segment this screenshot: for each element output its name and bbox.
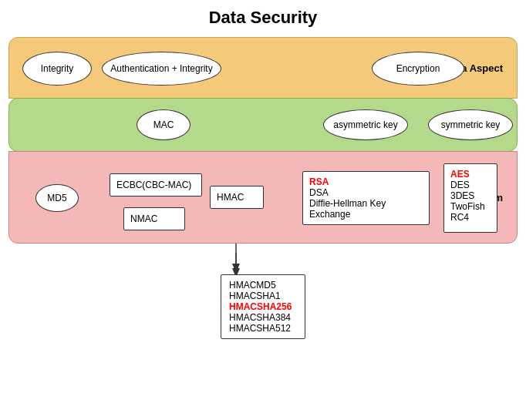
ecbc-label: ECBC(CBC-MAC)	[116, 180, 191, 190]
oval-integrity: Integrity	[22, 52, 92, 86]
page-title: Data Security	[8, 8, 518, 28]
rc4-label: RC4	[450, 212, 469, 223]
oval-mac: MAC	[137, 109, 191, 140]
hmac-label: HMAC	[217, 192, 244, 203]
layer-data-aspect: Data Aspect Integrity Authentication + I…	[8, 37, 518, 99]
oval-auth-integrity: Authentication + Integrity	[102, 52, 221, 86]
nmac-label: NMAC	[130, 213, 157, 224]
hmacsha1-label: HMACSHA1	[229, 291, 281, 301]
box-rsa: RSA DSA Diffie-Hellman Key Exchange	[302, 171, 430, 225]
oval-symmetric-key: symmetric key	[428, 109, 513, 140]
box-hmac-variants: HMACMD5 HMACSHA1 HMACSHA256 HMACSHA384 H…	[221, 274, 305, 339]
hmacsha512-label: HMACSHA512	[229, 323, 291, 334]
des-label: DES	[450, 180, 470, 190]
dsa-label: DSA	[309, 187, 329, 198]
3des-label: 3DES	[450, 190, 474, 201]
oval-encryption: Encryption	[372, 52, 464, 86]
twofish-label: TwoFish	[450, 201, 485, 212]
dh-label: Diffie-Hellman Key Exchange	[309, 198, 423, 220]
svg-marker-20	[232, 264, 240, 273]
bottom-connector	[8, 244, 518, 274]
aes-label-red: AES	[450, 169, 470, 180]
hmacsha256-label: HMACSHA256	[229, 301, 292, 312]
box-hmac: HMAC	[210, 186, 264, 209]
hmacmd5-label: HMACMD5	[229, 280, 276, 291]
hmacsha384-label: HMACSHA384	[229, 312, 291, 323]
rsa-label-red: RSA	[309, 176, 329, 187]
diagram: Data Aspect Integrity Authentication + I…	[8, 37, 518, 244]
md5-label: MD5	[47, 193, 66, 203]
box-nmac: NMAC	[123, 207, 185, 230]
layer-definition: Definition MAC asymmetric key symmetric …	[8, 98, 518, 152]
layer-algorithm: Algorithm MD5 ECBC(CBC-MAC) NMAC HMAC RS…	[8, 151, 518, 244]
oval-md5: MD5	[35, 184, 79, 212]
box-ecbc: ECBC(CBC-MAC)	[110, 173, 202, 197]
oval-asymmetric-key: asymmetric key	[323, 109, 408, 140]
box-aes: AES DES 3DES TwoFish RC4	[443, 163, 497, 233]
